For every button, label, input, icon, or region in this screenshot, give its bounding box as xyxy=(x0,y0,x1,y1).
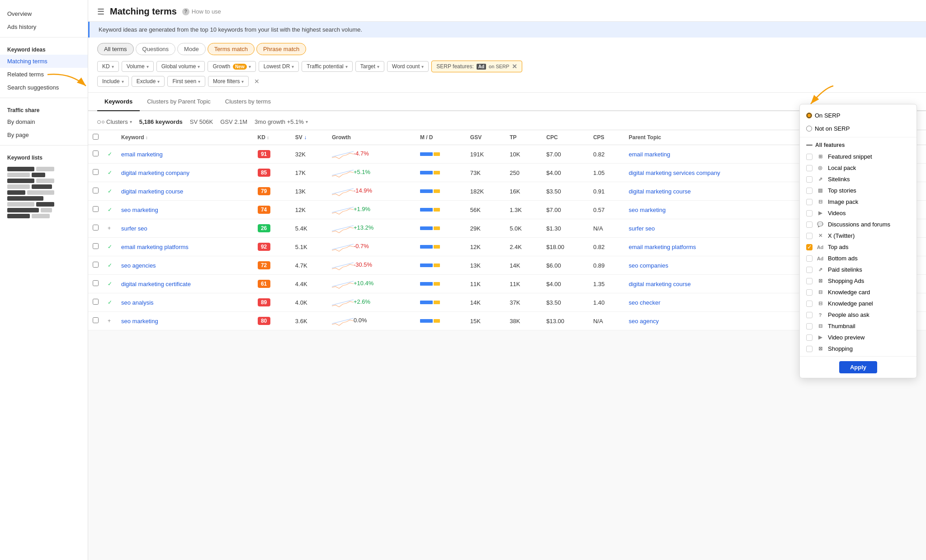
row-keyword[interactable]: digital marketing certificate xyxy=(117,275,253,293)
serp-feature-checkbox-image-pack[interactable] xyxy=(806,199,813,205)
keyword-link[interactable]: seo marketing xyxy=(121,207,158,213)
serp-feature-checkbox-knowledge-card[interactable] xyxy=(806,289,813,296)
select-all-checkbox[interactable] xyxy=(93,134,99,140)
keyword-link[interactable]: email marketing xyxy=(121,151,163,158)
serp-feature-checkbox-people-also-ask[interactable] xyxy=(806,312,813,318)
keyword-link[interactable]: surfer seo xyxy=(121,225,147,232)
serp-feature-checkbox-shopping-ads[interactable] xyxy=(806,278,813,284)
row-checkbox[interactable] xyxy=(93,299,99,305)
filter-growth[interactable]: Growth New ▾ xyxy=(208,61,255,72)
row-keyword[interactable]: seo agencies xyxy=(117,256,253,275)
serp-feature-discussions-forums[interactable]: 💬 Discussions and forums xyxy=(800,219,917,230)
serp-feature-checkbox-x-twitter[interactable] xyxy=(806,233,813,239)
sidebar-item-ads-history[interactable]: Ads history xyxy=(0,20,88,33)
serp-feature-bottom-ads[interactable]: Ad Bottom ads xyxy=(800,253,917,264)
row-checkbox-cell[interactable] xyxy=(88,256,103,275)
serp-radio-on-serp[interactable] xyxy=(806,113,812,118)
sidebar-item-search-suggestions[interactable]: Search suggestions xyxy=(0,81,88,94)
serp-features-filter[interactable]: SERP features: Ad on SERP ✕ xyxy=(431,61,522,72)
row-checkbox[interactable] xyxy=(93,262,99,268)
clear-filters-button[interactable]: ✕ xyxy=(251,77,262,86)
parent-topic-link[interactable]: seo agency xyxy=(628,318,659,325)
serp-feature-checkbox-top-stories[interactable] xyxy=(806,188,813,194)
row-checkbox[interactable] xyxy=(93,280,99,286)
parent-topic-link[interactable]: email marketing xyxy=(628,151,670,158)
serp-feature-checkbox-thumbnail[interactable] xyxy=(806,323,813,329)
th-sv[interactable]: SV ↓ xyxy=(291,130,327,145)
view-tab-keywords[interactable]: Keywords xyxy=(97,93,140,111)
row-checkbox[interactable] xyxy=(93,317,99,323)
row-parent-topic[interactable]: email marketing platforms xyxy=(624,238,798,256)
th-kd[interactable]: KD ↕ xyxy=(253,130,291,145)
filter-more-filters[interactable]: More filters ▾ xyxy=(208,76,249,87)
row-checkbox-cell[interactable] xyxy=(88,145,103,164)
keyword-list-item[interactable] xyxy=(7,208,80,212)
row-checkbox-cell[interactable] xyxy=(88,219,103,238)
close-icon[interactable]: ✕ xyxy=(512,63,517,70)
view-tab-clusters-terms[interactable]: Clusters by terms xyxy=(218,93,278,111)
filter-global-volume[interactable]: Global volume ▾ xyxy=(156,61,205,72)
row-checkbox[interactable] xyxy=(93,151,99,156)
sidebar-item-overview[interactable]: Overview xyxy=(0,7,88,20)
th-parent-topic[interactable]: Parent Topic xyxy=(624,130,798,145)
row-checkbox-cell[interactable] xyxy=(88,293,103,312)
row-checkbox-cell[interactable] xyxy=(88,201,103,219)
th-gsv[interactable]: GSV xyxy=(466,130,505,145)
th-keyword[interactable]: Keyword ↕ xyxy=(117,130,253,145)
th-tp[interactable]: TP xyxy=(505,130,542,145)
serp-option-on-serp[interactable]: On SERP xyxy=(800,109,917,122)
filter-volume[interactable]: Volume ▾ xyxy=(122,61,154,72)
serp-option-not-on-serp[interactable]: Not on SERP xyxy=(800,122,917,135)
serp-feature-checkbox-local-pack[interactable] xyxy=(806,165,813,171)
serp-feature-checkbox-video-preview[interactable] xyxy=(806,334,813,341)
row-keyword[interactable]: seo analysis xyxy=(117,293,253,312)
serp-radio-not-on-serp[interactable] xyxy=(806,126,812,132)
filter-include[interactable]: Include ▾ xyxy=(97,76,129,87)
serp-feature-people-also-ask[interactable]: ? People also ask xyxy=(800,309,917,320)
serp-feature-thumbnail[interactable]: ⊟ Thumbnail xyxy=(800,320,917,332)
row-checkbox-cell[interactable] xyxy=(88,275,103,293)
parent-topic-link[interactable]: digital marketing course xyxy=(628,281,690,287)
keyword-link[interactable]: digital marketing course xyxy=(121,188,183,195)
serp-feature-checkbox-knowledge-panel[interactable] xyxy=(806,301,813,307)
row-checkbox-cell[interactable] xyxy=(88,182,103,201)
tab-terms-match[interactable]: Terms match xyxy=(208,43,255,55)
row-keyword[interactable]: seo marketing xyxy=(117,312,253,330)
filter-first-seen[interactable]: First seen ▾ xyxy=(167,76,205,87)
row-parent-topic[interactable]: digital marketing course xyxy=(624,275,798,293)
keyword-link[interactable]: email marketing platforms xyxy=(121,244,189,250)
parent-topic-link[interactable]: surfer seo xyxy=(628,225,655,232)
sidebar-item-by-domain[interactable]: By domain xyxy=(0,115,88,128)
filter-lowest-dr[interactable]: Lowest DR ▾ xyxy=(259,61,299,72)
keyword-link[interactable]: seo analysis xyxy=(121,299,154,306)
th-cps[interactable]: CPS xyxy=(589,130,624,145)
serp-feature-top-stories[interactable]: ▤ Top stories xyxy=(800,185,917,196)
serp-feature-checkbox-top-ads[interactable]: ✓ xyxy=(806,244,813,250)
serp-feature-checkbox-bottom-ads[interactable] xyxy=(806,255,813,262)
sidebar-item-matching-terms[interactable]: Matching terms xyxy=(0,55,88,68)
row-keyword[interactable]: surfer seo xyxy=(117,219,253,238)
keyword-list-item[interactable] xyxy=(7,202,80,207)
keyword-list-item[interactable] xyxy=(7,179,80,183)
keyword-link[interactable]: seo agencies xyxy=(121,262,156,269)
row-parent-topic[interactable]: surfer seo xyxy=(624,219,798,238)
filter-exclude[interactable]: Exclude ▾ xyxy=(132,76,165,87)
filter-target[interactable]: Target ▾ xyxy=(355,61,384,72)
serp-feature-videos[interactable]: ▶ Videos xyxy=(800,207,917,219)
row-checkbox[interactable] xyxy=(93,225,99,231)
serp-feature-checkbox-videos[interactable] xyxy=(806,210,813,216)
serp-feature-x-twitter[interactable]: ✕ X (Twitter) xyxy=(800,230,917,241)
parent-topic-link[interactable]: seo checker xyxy=(628,299,660,306)
keyword-link[interactable]: digital marketing company xyxy=(121,169,189,176)
serp-feature-checkbox-discussions-forums[interactable] xyxy=(806,221,813,228)
row-checkbox-cell[interactable] xyxy=(88,238,103,256)
row-parent-topic[interactable]: digital marketing services company xyxy=(624,164,798,182)
menu-icon[interactable]: ☰ xyxy=(97,7,104,17)
row-checkbox[interactable] xyxy=(93,169,99,175)
row-keyword[interactable]: seo marketing xyxy=(117,201,253,219)
serp-feature-checkbox-featured-snippet[interactable] xyxy=(806,154,813,160)
row-parent-topic[interactable]: seo agency xyxy=(624,312,798,330)
keyword-list-item[interactable] xyxy=(7,184,80,189)
row-checkbox-cell[interactable] xyxy=(88,164,103,182)
keyword-link[interactable]: digital marketing certificate xyxy=(121,281,191,287)
